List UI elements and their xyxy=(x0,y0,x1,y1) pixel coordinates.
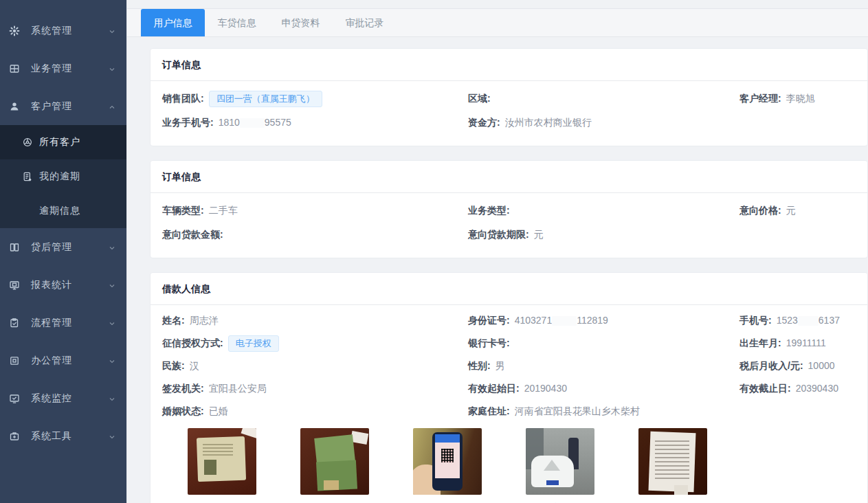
office-icon xyxy=(9,355,20,366)
field-region: 区域: xyxy=(468,93,739,105)
sidebar-item-label: 报表统计 xyxy=(31,279,72,291)
tab-loan-application-materials[interactable]: 申贷资料 xyxy=(269,9,333,36)
redaction-patch xyxy=(798,316,819,326)
chevron-down-icon xyxy=(108,243,116,252)
book-icon xyxy=(9,242,20,253)
sidebar-item-all-customers[interactable]: 所有客户 xyxy=(0,125,126,159)
field-credit-auth: 征信授权方式:电子授权 xyxy=(162,335,468,352)
order-info-card-2: 订单信息 车辆类型:二手车 业务类型: 意向价格:元 xyxy=(150,160,868,258)
sidebar: 系统管理 业务管理 客户管理 所有客户 xyxy=(0,0,127,503)
sidebar-item-label: 业务管理 xyxy=(31,63,72,75)
field-row: 征信授权方式:电子授权 银行卡号: 出生年月:19911111 xyxy=(162,332,856,355)
redaction-patch xyxy=(240,118,265,128)
tab-content: 订单信息 销售团队:四团一营（直属王鹏飞） 区域: 客户经理:李晓旭 xyxy=(127,37,868,503)
field-intent-loan-amount: 意向贷款金额: xyxy=(162,229,468,241)
wheel-icon xyxy=(22,137,33,148)
tab-approval-records[interactable]: 审批记录 xyxy=(333,9,397,36)
field-business-phone: 业务手机号:181095575 xyxy=(162,117,468,129)
tab-bar: 用户信息 车贷信息 申贷资料 审批记录 xyxy=(127,8,868,37)
sidebar-item-system-tools[interactable]: 系统工具 xyxy=(0,417,126,455)
chevron-down-icon xyxy=(108,281,116,289)
field-intent-price: 意向价格:元 xyxy=(739,205,856,217)
field-row: 意向贷款金额: 意向贷款期限:元 xyxy=(162,223,856,247)
sidebar-item-customer-management[interactable]: 客户管理 xyxy=(0,87,126,125)
photo-item: 授权截图 xyxy=(413,428,482,503)
sidebar-item-system-monitor[interactable]: 系统监控 xyxy=(0,379,126,417)
sidebar-item-label: 流程管理 xyxy=(31,317,72,329)
field-sales-team: 销售团队:四团一营（直属王鹏飞） xyxy=(162,91,468,107)
chevron-down-icon xyxy=(108,65,116,73)
photo-item: 人车合影 xyxy=(526,428,594,503)
field-valid-from: 有效起始日:20190430 xyxy=(468,383,739,395)
field-row: 车辆类型:二手车 业务类型: 意向价格:元 xyxy=(162,199,856,223)
clipboard-icon xyxy=(9,317,20,328)
id-card-photo[interactable] xyxy=(188,428,256,495)
card-title: 订单信息 xyxy=(151,161,867,193)
field-row: 签发机关:宜阳县公安局 有效起始日:20190430 有效截止日:2039043… xyxy=(162,377,856,400)
field-row: 业务手机号:181095575 资金方:汝州市农村商业银行 xyxy=(162,111,856,135)
field-row: 民族:汉 性别:男 税后月收入/元:10000 xyxy=(162,355,856,377)
field-vehicle-type: 车辆类型:二手车 xyxy=(162,205,468,217)
grid-icon xyxy=(9,63,20,74)
field-home-address: 家庭住址:河南省宜阳县花果山乡木柴村 xyxy=(468,405,739,418)
sidebar-item-office-management[interactable]: 办公管理 xyxy=(0,342,126,379)
sidebar-item-label: 客户管理 xyxy=(31,100,72,113)
field-bank-card: 银行卡号: xyxy=(468,337,739,350)
sidebar-item-system-management[interactable]: 系统管理 xyxy=(0,12,126,49)
sidebar-item-label: 系统工具 xyxy=(31,430,72,443)
sidebar-item-business-management[interactable]: 业务管理 xyxy=(0,49,126,87)
tab-user-info[interactable]: 用户信息 xyxy=(141,9,205,36)
field-row: 姓名:周志洋 身份证号:4103271112819 手机号:15236137 xyxy=(162,309,856,332)
field-valid-to: 有效截止日:20390430 xyxy=(739,383,856,395)
document-icon xyxy=(22,171,33,182)
field-gender: 性别:男 xyxy=(468,360,739,372)
field-ethnicity: 民族:汉 xyxy=(162,360,468,372)
app-root: 系统管理 业务管理 客户管理 所有客户 xyxy=(0,0,868,503)
sidebar-item-label: 贷后管理 xyxy=(31,241,72,254)
auth-screenshot-photo[interactable] xyxy=(413,428,482,495)
chevron-down-icon xyxy=(108,432,116,440)
chevron-down-icon xyxy=(108,319,116,327)
sidebar-item-overdue-info[interactable]: 逾期信息 xyxy=(0,194,126,228)
field-row: 销售团队:四团一营（直属王鹏飞） 区域: 客户经理:李晓旭 xyxy=(162,87,856,111)
field-mobile: 手机号:15236137 xyxy=(739,315,856,327)
photo-item: 其他材料 xyxy=(638,428,707,503)
field-name: 姓名:周志洋 xyxy=(162,315,468,327)
field-business-type: 业务类型: xyxy=(468,205,739,217)
gear-icon xyxy=(9,25,20,36)
photo-item: 人像面 xyxy=(188,428,256,503)
chevron-down-icon xyxy=(108,357,116,365)
field-birth: 出生年月:19911111 xyxy=(739,337,856,350)
redaction-patch xyxy=(552,316,577,326)
photo-gallery: 人像面 驾驶证照片 授权截图 xyxy=(188,428,856,503)
monitor-icon xyxy=(9,280,20,291)
field-intent-loan-term: 意向贷款期限:元 xyxy=(468,229,739,241)
license-booklet-photo[interactable] xyxy=(300,428,369,495)
chevron-up-icon xyxy=(108,102,116,111)
card-title: 借款人信息 xyxy=(151,273,867,305)
toolbox-icon xyxy=(9,431,20,442)
customer-management-submenu: 所有客户 我的逾期 逾期信息 xyxy=(0,125,126,228)
field-row: 婚姻状态:已婚 家庭住址:河南省宜阳县花果山乡木柴村 xyxy=(162,400,856,423)
main-content: 用户信息 车贷信息 申贷资料 审批记录 订单信息 销售团队:四团一营（直属王鹏飞… xyxy=(127,0,868,503)
card-title: 订单信息 xyxy=(151,49,867,81)
sidebar-item-report-statistics[interactable]: 报表统计 xyxy=(0,266,126,304)
field-income: 税后月收入/元:10000 xyxy=(739,360,856,372)
sidebar-item-postloan-management[interactable]: 贷后管理 xyxy=(0,228,126,266)
user-icon xyxy=(9,101,20,112)
sidebar-item-label: 系统管理 xyxy=(31,25,72,37)
tab-car-loan-info[interactable]: 车贷信息 xyxy=(205,9,269,36)
borrower-info-card: 借款人信息 姓名:周志洋 身份证号:4103271112819 手机号:1523… xyxy=(150,272,868,503)
field-issuing-authority: 签发机关:宜阳县公安局 xyxy=(162,383,468,395)
credit-auth-tag[interactable]: 电子授权 xyxy=(228,335,279,352)
handwritten-document-photo[interactable] xyxy=(638,428,707,495)
sidebar-item-process-management[interactable]: 流程管理 xyxy=(0,304,126,342)
sidebar-item-label: 逾期信息 xyxy=(39,205,80,217)
sidebar-item-label: 办公管理 xyxy=(31,355,72,367)
photo-item: 驾驶证照片 xyxy=(300,428,369,503)
sidebar-item-label: 系统监控 xyxy=(31,392,72,405)
sidebar-item-my-overdue[interactable]: 我的逾期 xyxy=(0,159,126,194)
person-with-car-photo[interactable] xyxy=(526,428,594,495)
sales-team-tag[interactable]: 四团一营（直属王鹏飞） xyxy=(209,91,322,107)
chevron-down-icon xyxy=(108,27,116,35)
